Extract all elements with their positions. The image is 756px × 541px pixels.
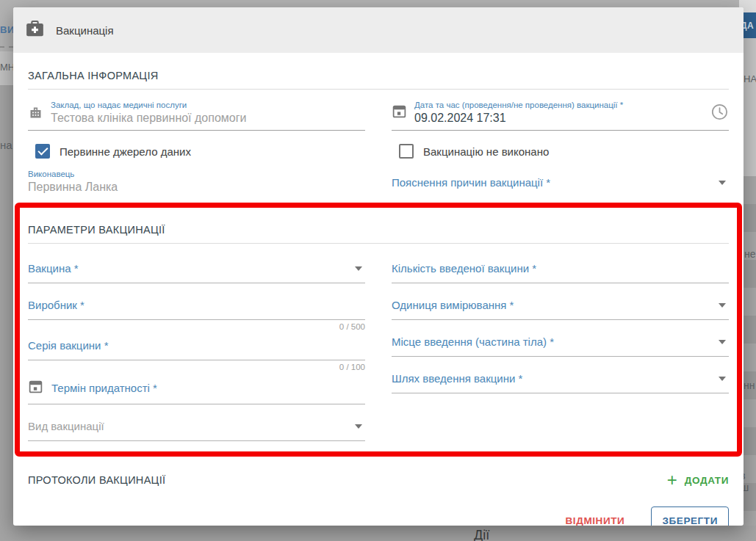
chevron-down-icon [719, 181, 726, 185]
unit-select[interactable]: Одиниця вимірювання * [392, 298, 729, 320]
dialog-title: Вакцинація [56, 24, 114, 37]
expiration-label: Термін придатності * [51, 381, 157, 395]
dialog-header: Вакцинація [13, 7, 744, 53]
calendar-icon[interactable] [28, 379, 43, 397]
chevron-down-icon [719, 303, 726, 308]
performer-value: Первинна Ланка [28, 180, 365, 195]
save-button[interactable]: ЗБЕРЕГТИ [651, 506, 729, 526]
datetime-value[interactable]: 09.02.2024 17:31 [414, 111, 710, 126]
add-protocol-label: ДОДАТИ [685, 475, 729, 486]
not-performed-checkbox[interactable] [399, 144, 414, 159]
series-input[interactable]: Серія вакцини * [28, 338, 365, 360]
clock-icon[interactable] [710, 103, 729, 124]
explanation-select[interactable]: Пояснення причин вакцинації * [392, 175, 729, 197]
section-divider [28, 89, 729, 90]
body-site-select[interactable]: Місце введення (частина тіла) * [392, 335, 729, 357]
route-label: Шлях введення вакцини * [392, 372, 522, 385]
background-text-fragment: нн [744, 380, 755, 391]
parameters-left-column: Вакцина * Виробник * 0 / 500 Серія вакци… [28, 244, 365, 441]
vaccine-select[interactable]: Вакцина * [28, 261, 365, 283]
facility-field[interactable]: Заклад, що надає медичні послуги Тестова… [28, 100, 365, 131]
background-tab-fragment: ВИ [0, 24, 15, 35]
general-section-title: ЗАГАЛЬНА ІНФОРМАЦІЯ [28, 70, 729, 81]
unit-label: Одиниця вимірювання * [392, 299, 514, 311]
cancel-button[interactable]: ВІДМІНИТИ [566, 515, 625, 526]
parameters-right-column: Кількість введеної вакцини * Одиниця вим… [392, 244, 729, 441]
vaccine-label: Вакцина * [28, 262, 79, 275]
dialog-body: ЗАГАЛЬНА ІНФОРМАЦІЯ Заклад, що надає мед… [13, 70, 744, 526]
plus-icon: + [667, 473, 677, 487]
annotation-highlight-box: ПАРАМЕТРИ ВАКЦИНАЦІЇ Вакцина * Виробник … [15, 203, 742, 457]
amount-input[interactable]: Кількість введеної вакцини * [392, 261, 729, 283]
facility-label: Заклад, що надає медичні послуги [51, 100, 365, 110]
background-actions-column-header: Дії [474, 528, 489, 541]
performer-field: Виконавець Первинна Ланка [28, 169, 365, 197]
protocols-section-title: ПРОТОКОЛИ ВАКЦИНАЦІЇ [28, 474, 165, 486]
chevron-down-icon [355, 424, 362, 429]
not-performed-checkbox-row[interactable]: Вакцинацію не виконано [399, 144, 729, 159]
first-aid-kit-icon [25, 19, 45, 41]
chevron-down-icon [355, 266, 362, 271]
manufacturer-char-counter: 0 / 500 [28, 322, 365, 331]
background-dashed-divider [0, 46, 13, 48]
manufacturer-label: Виробник * [28, 299, 84, 311]
facility-value: Тестова клініка первинної допомоги [51, 111, 365, 126]
hospital-building-icon [28, 104, 43, 123]
background-text-fragment: НА [744, 73, 756, 84]
series-char-counter: 0 / 100 [28, 363, 365, 371]
parameters-section-title: ПАРАМЕТРИ ВАКЦИНАЦІЇ [28, 224, 729, 236]
performer-label: Виконавець [28, 169, 365, 179]
vaccination-kind-label: Вид вакцинації [28, 420, 104, 432]
expiration-date-field[interactable]: Термін придатності * [28, 379, 365, 404]
amount-label: Кількість введеної вакцини * [392, 262, 536, 275]
not-performed-label: Вакцинацію не виконано [423, 145, 549, 158]
chevron-down-icon [719, 377, 726, 381]
vaccination-kind-select[interactable]: Вид вакцинації [28, 419, 365, 441]
series-label: Серія вакцини * [28, 339, 108, 352]
manufacturer-input[interactable]: Виробник * [28, 298, 365, 320]
add-protocol-button[interactable]: + ДОДАТИ [667, 473, 729, 487]
body-site-label: Місце введення (частина тіла) * [392, 335, 554, 348]
primary-source-checkbox-row[interactable]: Первинне джерело даних [35, 144, 365, 159]
calendar-icon[interactable] [392, 104, 407, 122]
background-text-fragment: на [0, 139, 12, 151]
primary-source-checkbox[interactable] [35, 144, 50, 159]
primary-source-label: Первинне джерело даних [60, 145, 191, 158]
explanation-label: Пояснення причин вакцинації * [392, 176, 550, 189]
background-text-fragment: не [744, 248, 756, 260]
chevron-down-icon [719, 340, 726, 344]
route-select[interactable]: Шлях введення вакцини * [392, 371, 729, 393]
datetime-label: Дата та час (проведення/не проведення) в… [414, 100, 710, 110]
datetime-field[interactable]: Дата та час (проведення/не проведення) в… [392, 100, 729, 131]
vaccination-dialog: Вакцинація ЗАГАЛЬНА ІНФОРМАЦІЯ Заклад, щ… [13, 7, 744, 526]
